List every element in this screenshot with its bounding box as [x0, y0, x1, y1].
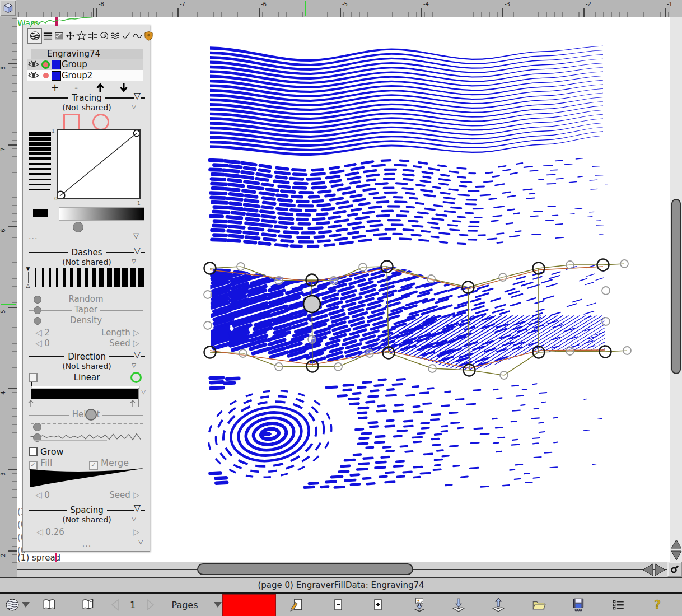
tool-shield-icon[interactable] — [143, 30, 154, 42]
page-number[interactable]: 1 — [124, 594, 142, 616]
dash-preview[interactable] — [35, 268, 143, 287]
tool-halftone-icon[interactable] — [54, 30, 64, 42]
color-swatch[interactable] — [222, 594, 276, 616]
next-page-button[interactable] — [141, 594, 159, 616]
vertical-scroll-arrows[interactable] — [670, 539, 682, 561]
visibility-eye-icon[interactable] — [27, 72, 40, 80]
help-button[interactable]: ? — [648, 594, 666, 616]
collapse-icon[interactable]: ▽ — [134, 246, 141, 255]
collapse-icon[interactable]: ▽ — [134, 91, 141, 100]
tracing-section-header[interactable]: Tracing ▽ — [29, 94, 145, 102]
trace-curve-editor[interactable] — [57, 129, 141, 199]
dashes-shared[interactable]: (Not shared)▽ — [29, 258, 145, 267]
decrease-icon[interactable]: ◁ — [35, 490, 42, 500]
spacing-more-menu[interactable]: ▽ — [138, 538, 143, 545]
decrease-icon[interactable]: ◁ — [35, 328, 42, 338]
tool-check-icon[interactable] — [121, 30, 132, 42]
layer-name[interactable]: Group — [62, 59, 87, 69]
layer-row-group[interactable]: Group — [27, 59, 143, 70]
tool-star-icon[interactable] — [76, 30, 87, 42]
page-flip-button[interactable] — [80, 594, 97, 616]
marker-top-icon[interactable]: ▼ — [24, 266, 32, 272]
spacing-more-row[interactable]: ... ▽ — [29, 538, 145, 549]
random-slider[interactable]: Random — [29, 295, 143, 304]
spacing-stepper[interactable]: ◁ 0.26 ▷ — [29, 527, 139, 537]
dash-threshold-slider[interactable]: ▼ △ — [24, 266, 32, 291]
panel-tool-row[interactable] — [27, 28, 154, 44]
vertical-scroll-thumb[interactable] — [671, 199, 681, 374]
increase-icon[interactable]: ▷ — [133, 328, 139, 338]
tracing-more-menu[interactable]: ▽ — [133, 231, 139, 240]
menu-icon[interactable]: ▽ — [132, 516, 136, 522]
grow-checkbox[interactable] — [29, 447, 38, 456]
layer-row-group2[interactable]: Group2 — [27, 70, 143, 81]
bottom-toolbar[interactable]: 1Pages? — [0, 592, 682, 616]
layer-indicator[interactable] — [43, 73, 49, 78]
profile-slider[interactable] — [29, 422, 143, 430]
tool-wave-icon[interactable] — [132, 30, 143, 42]
direction-mode-row[interactable]: Linear — [29, 372, 145, 382]
move-layer-down-button[interactable] — [119, 83, 128, 92]
horizontal-scroll-arrows[interactable] — [641, 563, 667, 577]
collapse-icon[interactable]: ▽ — [134, 350, 141, 359]
import-button[interactable] — [450, 594, 468, 616]
layer-color-swatch[interactable] — [52, 71, 61, 81]
decrease-icon[interactable]: ◁ — [35, 338, 42, 348]
tool-engraver-icon[interactable] — [27, 28, 42, 44]
layer-color-swatch[interactable] — [52, 60, 61, 69]
growth-profile-shape[interactable] — [29, 466, 145, 489]
dir-marker-left-icon[interactable] — [27, 399, 34, 407]
visibility-eye-icon[interactable] — [27, 60, 40, 68]
left-ruler[interactable]: 8765432 — [0, 17, 17, 577]
grow-row[interactable]: Grow — [29, 446, 64, 457]
direction-active-indicator[interactable] — [130, 372, 142, 383]
dir-bar-menu[interactable]: ▽ — [141, 388, 146, 395]
tool-push-icon[interactable] — [87, 30, 98, 42]
increase-icon[interactable]: ▷ — [133, 527, 139, 537]
taper-slider[interactable]: Taper — [29, 306, 143, 315]
corner-button[interactable] — [0, 0, 16, 16]
direction-section-header[interactable]: Direction ▽ — [29, 352, 145, 361]
spacing-section-header[interactable]: Spacing ▽ — [29, 506, 145, 515]
remove-page-button[interactable] — [329, 594, 347, 616]
collapse-icon[interactable]: ▽ — [134, 503, 141, 512]
horizontal-scroll-thumb[interactable] — [197, 563, 413, 575]
spacing-more[interactable]: ... — [82, 539, 91, 548]
edit-doc-button[interactable] — [288, 594, 306, 616]
direction-shared[interactable]: (Not shared)▽ — [29, 362, 145, 371]
spread-editor-button[interactable] — [40, 594, 58, 616]
export-button[interactable] — [489, 594, 507, 616]
value-swatch[interactable] — [33, 209, 48, 217]
top-ruler[interactable]: -8-7-6-5-4-3-2-1 — [17, 0, 670, 17]
tool-turbulence-icon[interactable] — [110, 30, 120, 42]
noise-slider[interactable] — [29, 432, 143, 441]
increase-icon[interactable]: ▷ — [133, 490, 139, 500]
save-button[interactable] — [569, 594, 587, 616]
object-title[interactable]: Engraving74 — [31, 49, 143, 59]
direction-gradient-bar[interactable] — [31, 389, 139, 399]
remove-layer-button[interactable]: - — [74, 82, 78, 93]
tool-move-icon[interactable] — [65, 30, 76, 42]
trace-slider-track[interactable] — [29, 227, 143, 227]
tool-menu-icon[interactable] — [17, 594, 35, 616]
tool-spiral-icon[interactable] — [99, 30, 109, 42]
add-page-button[interactable] — [369, 594, 387, 616]
height-slider[interactable]: Height — [29, 410, 143, 419]
dashes-section-header[interactable]: Dashes ▽ — [29, 248, 145, 257]
menu-icon[interactable]: ▽ — [132, 258, 136, 264]
grow-seed-stepper[interactable]: ◁ 0 Seed ▷ — [29, 490, 139, 500]
decrease-icon[interactable]: ◁ — [36, 527, 43, 537]
horizontal-scrollbar[interactable] — [17, 562, 670, 577]
layer-name[interactable]: Group2 — [62, 71, 92, 81]
engraver-tool-panel[interactable]: Engraving74 Group Group2 + - Tracing ▽ (… — [22, 25, 150, 552]
menu-icon[interactable]: ▽ — [132, 104, 136, 110]
tool-line-spacing-icon[interactable] — [43, 30, 53, 42]
add-layer-button[interactable]: + — [51, 82, 59, 93]
vertical-scrollbar[interactable] — [670, 17, 682, 562]
insert-image-button[interactable] — [410, 594, 428, 616]
spacing-shared[interactable]: (Not shared)▽ — [29, 515, 145, 524]
menu-icon[interactable]: ▽ — [132, 362, 136, 368]
prev-page-button[interactable] — [106, 594, 124, 616]
trace-slider-knob[interactable] — [73, 222, 83, 232]
view-mode-label[interactable]: Pages — [176, 594, 194, 616]
